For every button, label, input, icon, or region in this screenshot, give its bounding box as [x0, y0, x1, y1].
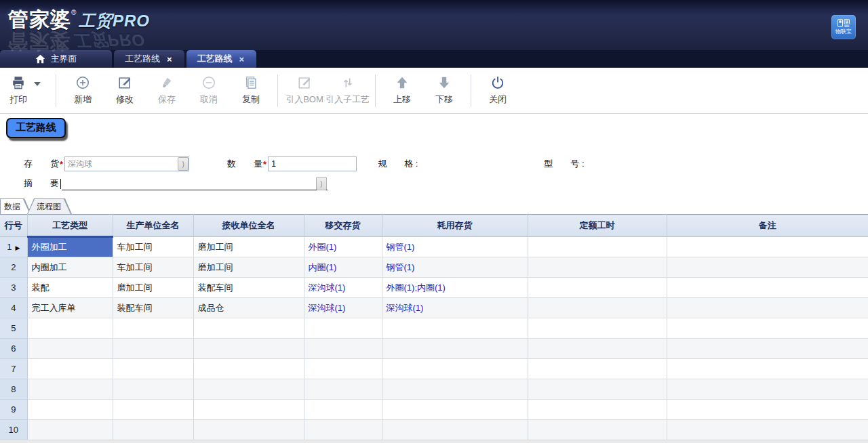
lookup-icon[interactable]: ) — [316, 177, 327, 190]
table-cell[interactable] — [304, 339, 382, 359]
tab-process-route-2-active[interactable]: 工艺路线 × — [186, 50, 257, 68]
table-cell[interactable]: 装配 — [27, 278, 113, 298]
table-cell[interactable] — [304, 379, 382, 400]
table-cell[interactable] — [113, 318, 193, 339]
table-cell[interactable] — [27, 339, 113, 359]
row-number-cell[interactable]: 7 — [0, 359, 27, 379]
table-cell[interactable] — [667, 318, 868, 339]
table-cell[interactable] — [304, 400, 382, 420]
table-cell[interactable]: 钢管(1) — [382, 237, 528, 257]
table-cell[interactable] — [193, 400, 304, 420]
add-button[interactable]: 新增 — [62, 71, 104, 110]
tab-main-screen[interactable]: 主界面 — [0, 50, 112, 68]
table-cell[interactable] — [528, 379, 667, 400]
table-cell[interactable]: 完工入库单 — [27, 298, 113, 318]
quantity-input[interactable] — [268, 156, 357, 171]
table-cell[interactable]: 磨加工间 — [113, 278, 193, 298]
table-cell[interactable] — [113, 420, 193, 440]
close-button[interactable]: 关闭 — [477, 71, 519, 110]
table-cell[interactable]: 深沟球(1) — [382, 298, 528, 318]
table-cell[interactable] — [193, 379, 304, 400]
table-cell[interactable] — [667, 400, 868, 420]
column-header-rowno[interactable]: 行号 — [0, 215, 27, 237]
table-cell[interactable]: 钢管(1) — [382, 257, 528, 278]
table-cell[interactable] — [528, 318, 667, 339]
move-down-button[interactable]: 下移 — [423, 71, 465, 110]
table-cell[interactable] — [193, 359, 304, 379]
table-cell[interactable]: 装配车间 — [113, 298, 193, 318]
cancel-button[interactable]: 取消 — [188, 71, 230, 110]
table-cell[interactable] — [528, 278, 667, 298]
table-cell[interactable] — [113, 379, 193, 400]
table-cell[interactable]: 外圈(1);内圈(1) — [382, 278, 528, 298]
table-cell[interactable] — [113, 400, 193, 420]
import-bom-button[interactable]: 引入BOM — [283, 71, 326, 110]
table-cell[interactable]: 内圈加工 — [27, 257, 113, 278]
table-cell[interactable] — [304, 359, 382, 379]
table-cell[interactable] — [667, 257, 868, 278]
row-number-cell[interactable]: 6 — [0, 339, 27, 359]
inventory-input[interactable] — [64, 156, 189, 171]
table-cell[interactable] — [27, 379, 113, 400]
table-cell[interactable] — [667, 278, 868, 298]
column-header-receiving-unit[interactable]: 接收单位全名 — [193, 215, 304, 237]
row-number-cell[interactable]: 8 — [0, 379, 27, 400]
table-cell[interactable] — [382, 359, 528, 379]
move-up-button[interactable]: 上移 — [381, 71, 423, 110]
table-cell[interactable]: 深沟球(1) — [304, 298, 382, 318]
table-cell[interactable] — [193, 420, 304, 440]
table-cell[interactable] — [304, 318, 382, 339]
row-number-cell[interactable]: 9 — [0, 400, 27, 420]
table-cell[interactable] — [382, 318, 528, 339]
table-cell[interactable] — [27, 420, 113, 440]
print-button[interactable]: 打印 — [3, 71, 34, 110]
table-cell[interactable]: 磨加工间 — [193, 257, 304, 278]
table-cell[interactable]: 车加工间 — [113, 237, 193, 257]
table-cell[interactable]: 外圈(1) — [304, 237, 382, 257]
table-cell[interactable] — [528, 257, 667, 278]
table-cell[interactable] — [528, 237, 667, 257]
row-number-cell[interactable]: 5 — [0, 318, 27, 339]
table-cell[interactable] — [382, 339, 528, 359]
table-cell[interactable] — [667, 339, 868, 359]
table-cell[interactable] — [667, 298, 868, 318]
table-cell[interactable] — [528, 400, 667, 420]
table-cell[interactable] — [27, 400, 113, 420]
close-icon[interactable]: × — [165, 54, 174, 64]
row-number-cell[interactable]: 1▶ — [0, 237, 27, 257]
table-cell[interactable] — [382, 379, 528, 400]
table-cell[interactable] — [528, 359, 667, 379]
import-sub-process-button[interactable]: 引入子工艺 — [326, 71, 370, 110]
table-cell[interactable] — [382, 400, 528, 420]
table-cell[interactable] — [27, 318, 113, 339]
tab-process-route-1[interactable]: 工艺路线 × — [114, 50, 184, 68]
table-cell[interactable]: 内圈(1) — [304, 257, 382, 278]
table-cell[interactable] — [113, 339, 193, 359]
table-cell[interactable] — [27, 359, 113, 379]
summary-input[interactable] — [62, 177, 328, 190]
close-icon[interactable]: × — [238, 54, 246, 64]
column-header-consumed-inventory[interactable]: 耗用存货 — [382, 215, 528, 237]
table-cell[interactable] — [667, 420, 868, 440]
modify-button[interactable]: 修改 — [104, 71, 146, 110]
column-header-process-type[interactable]: 工艺类型 — [27, 215, 113, 237]
table-cell[interactable]: 深沟球(1) — [304, 278, 382, 298]
column-header-transfer-inventory[interactable]: 移交存货 — [304, 215, 382, 237]
copy-button[interactable]: 复制 — [230, 71, 272, 110]
table-cell[interactable] — [667, 237, 868, 257]
table-cell[interactable] — [667, 359, 868, 379]
save-button[interactable]: 保存 — [146, 71, 188, 110]
table-cell[interactable]: 车加工间 — [113, 257, 193, 278]
column-header-remarks[interactable]: 备注 — [667, 215, 868, 237]
table-cell[interactable] — [193, 318, 304, 339]
row-number-cell[interactable]: 2 — [0, 257, 27, 278]
print-dropdown-caret[interactable] — [34, 82, 41, 86]
table-cell[interactable] — [667, 379, 868, 400]
table-cell[interactable] — [528, 339, 667, 359]
row-number-cell[interactable]: 4 — [0, 298, 27, 318]
column-header-standard-hours[interactable]: 定额工时 — [528, 215, 667, 237]
table-cell[interactable]: 装配车间 — [193, 278, 304, 298]
table-cell[interactable] — [528, 420, 667, 440]
tab-flowchart[interactable]: 流程图 — [27, 198, 72, 214]
table-cell[interactable]: 磨加工间 — [193, 237, 304, 257]
